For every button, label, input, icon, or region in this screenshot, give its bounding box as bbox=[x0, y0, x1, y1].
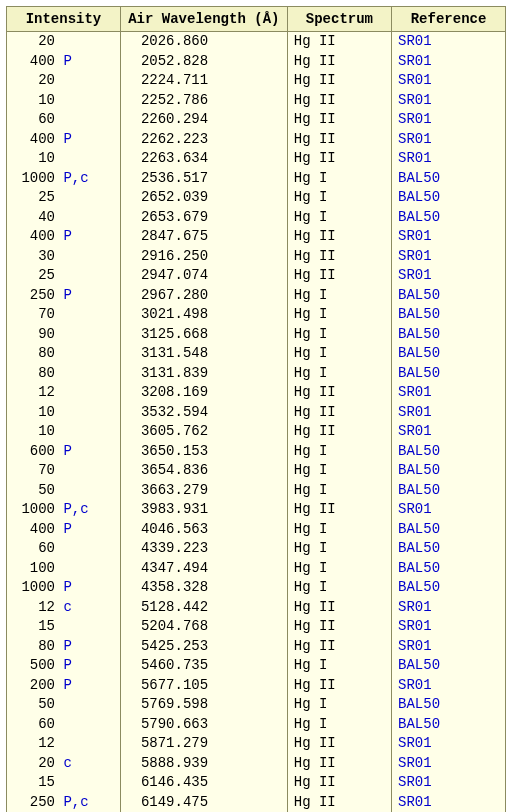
reference-link[interactable]: BAL50 bbox=[398, 189, 440, 205]
reference-link[interactable]: BAL50 bbox=[398, 345, 440, 361]
reference-cell: SR01 bbox=[392, 754, 506, 774]
reference-link[interactable]: SR01 bbox=[398, 618, 432, 634]
reference-link[interactable]: SR01 bbox=[398, 501, 432, 517]
reference-cell: BAL50 bbox=[392, 481, 506, 501]
reference-cell: BAL50 bbox=[392, 695, 506, 715]
intensity-cell: 250 P,c bbox=[7, 793, 121, 813]
table-row: 25 2652.039Hg IBAL50 bbox=[7, 188, 506, 208]
table-row: 250 P,c6149.475Hg IISR01 bbox=[7, 793, 506, 813]
intensity-value: 20 bbox=[13, 72, 55, 90]
reference-link[interactable]: BAL50 bbox=[398, 170, 440, 186]
intensity-cell: 15 bbox=[7, 773, 121, 793]
reference-link[interactable]: SR01 bbox=[398, 72, 432, 88]
reference-link[interactable]: BAL50 bbox=[398, 365, 440, 381]
wavelength-cell: 5888.939 bbox=[120, 754, 287, 774]
table-row: 25 2947.074Hg IISR01 bbox=[7, 266, 506, 286]
reference-link[interactable]: BAL50 bbox=[398, 326, 440, 342]
reference-link[interactable]: SR01 bbox=[398, 53, 432, 69]
wavelength-cell: 2260.294 bbox=[120, 110, 287, 130]
wavelength-cell: 2262.223 bbox=[120, 130, 287, 150]
intensity-value: 25 bbox=[13, 189, 55, 207]
header-intensity: Intensity bbox=[7, 7, 121, 32]
reference-cell: BAL50 bbox=[392, 286, 506, 306]
reference-link[interactable]: BAL50 bbox=[398, 443, 440, 459]
reference-link[interactable]: SR01 bbox=[398, 794, 432, 810]
table-row: 10 2263.634Hg IISR01 bbox=[7, 149, 506, 169]
reference-link[interactable]: BAL50 bbox=[398, 540, 440, 556]
intensity-cell: 40 bbox=[7, 208, 121, 228]
intensity-value: 40 bbox=[13, 209, 55, 227]
intensity-flag: P bbox=[63, 657, 71, 673]
table-row: 70 3654.836Hg IBAL50 bbox=[7, 461, 506, 481]
reference-link[interactable]: SR01 bbox=[398, 111, 432, 127]
table-row: 600 P3650.153Hg IBAL50 bbox=[7, 442, 506, 462]
reference-link[interactable]: SR01 bbox=[398, 755, 432, 771]
intensity-value: 12 bbox=[13, 599, 55, 617]
intensity-cell: 12 bbox=[7, 383, 121, 403]
reference-link[interactable]: BAL50 bbox=[398, 306, 440, 322]
reference-link[interactable]: SR01 bbox=[398, 677, 432, 693]
intensity-cell: 90 bbox=[7, 325, 121, 345]
reference-link[interactable]: SR01 bbox=[398, 228, 432, 244]
table-row: 30 2916.250Hg IISR01 bbox=[7, 247, 506, 267]
table-row: 60 5790.663Hg IBAL50 bbox=[7, 715, 506, 735]
reference-link[interactable]: BAL50 bbox=[398, 560, 440, 576]
intensity-cell: 200 P bbox=[7, 676, 121, 696]
reference-link[interactable]: BAL50 bbox=[398, 716, 440, 732]
intensity-value: 30 bbox=[13, 248, 55, 266]
reference-link[interactable]: SR01 bbox=[398, 267, 432, 283]
spectrum-cell: Hg I bbox=[287, 559, 391, 579]
reference-link[interactable]: SR01 bbox=[398, 638, 432, 654]
intensity-value: 60 bbox=[13, 716, 55, 734]
reference-cell: SR01 bbox=[392, 91, 506, 111]
intensity-value: 1000 bbox=[13, 170, 55, 188]
reference-link[interactable]: BAL50 bbox=[398, 521, 440, 537]
wavelength-cell: 5425.253 bbox=[120, 637, 287, 657]
reference-link[interactable]: SR01 bbox=[398, 404, 432, 420]
reference-link[interactable]: SR01 bbox=[398, 423, 432, 439]
intensity-cell: 600 P bbox=[7, 442, 121, 462]
intensity-cell: 80 bbox=[7, 364, 121, 384]
wavelength-cell: 2916.250 bbox=[120, 247, 287, 267]
reference-link[interactable]: BAL50 bbox=[398, 287, 440, 303]
reference-link[interactable]: SR01 bbox=[398, 150, 432, 166]
intensity-cell: 30 bbox=[7, 247, 121, 267]
intensity-flag: P bbox=[63, 53, 71, 69]
intensity-value: 12 bbox=[13, 384, 55, 402]
intensity-cell: 400 P bbox=[7, 520, 121, 540]
reference-link[interactable]: SR01 bbox=[398, 92, 432, 108]
reference-cell: BAL50 bbox=[392, 325, 506, 345]
reference-link[interactable]: BAL50 bbox=[398, 579, 440, 595]
spectrum-cell: Hg II bbox=[287, 71, 391, 91]
reference-link[interactable]: BAL50 bbox=[398, 482, 440, 498]
intensity-cell: 50 bbox=[7, 695, 121, 715]
reference-link[interactable]: BAL50 bbox=[398, 462, 440, 478]
reference-link[interactable]: SR01 bbox=[398, 384, 432, 400]
intensity-value: 1000 bbox=[13, 501, 55, 519]
intensity-cell: 60 bbox=[7, 539, 121, 559]
reference-link[interactable]: SR01 bbox=[398, 735, 432, 751]
intensity-cell: 10 bbox=[7, 149, 121, 169]
reference-link[interactable]: SR01 bbox=[398, 33, 432, 49]
wavelength-cell: 5790.663 bbox=[120, 715, 287, 735]
reference-link[interactable]: SR01 bbox=[398, 131, 432, 147]
reference-link[interactable]: BAL50 bbox=[398, 209, 440, 225]
intensity-cell: 20 c bbox=[7, 754, 121, 774]
intensity-value: 400 bbox=[13, 228, 55, 246]
spectrum-cell: Hg II bbox=[287, 32, 391, 52]
reference-link[interactable]: BAL50 bbox=[398, 657, 440, 673]
reference-link[interactable]: SR01 bbox=[398, 774, 432, 790]
intensity-value: 250 bbox=[13, 287, 55, 305]
table-row: 400 P2052.828Hg IISR01 bbox=[7, 52, 506, 72]
wavelength-cell: 2026.860 bbox=[120, 32, 287, 52]
spectrum-cell: Hg I bbox=[287, 305, 391, 325]
reference-link[interactable]: SR01 bbox=[398, 248, 432, 264]
intensity-cell: 400 P bbox=[7, 52, 121, 72]
reference-link[interactable]: BAL50 bbox=[398, 696, 440, 712]
intensity-cell: 12 bbox=[7, 734, 121, 754]
intensity-value: 10 bbox=[13, 150, 55, 168]
reference-cell: BAL50 bbox=[392, 169, 506, 189]
intensity-cell: 100 bbox=[7, 559, 121, 579]
reference-link[interactable]: SR01 bbox=[398, 599, 432, 615]
intensity-value: 80 bbox=[13, 638, 55, 656]
